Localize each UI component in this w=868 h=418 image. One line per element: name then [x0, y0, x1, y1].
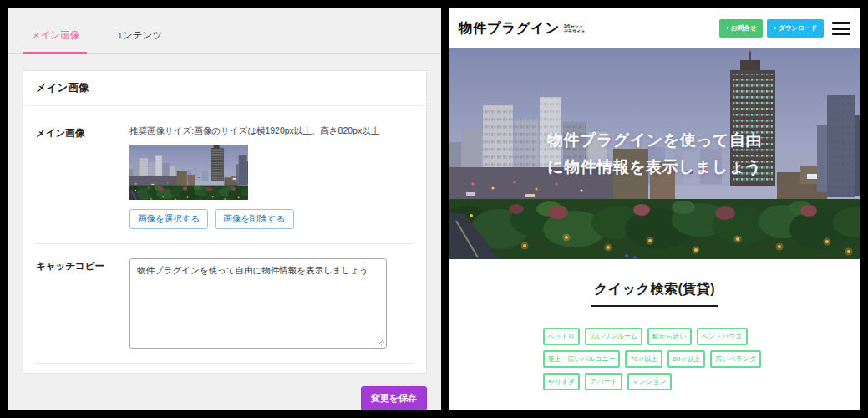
tag-button[interactable]: ペントハウス: [697, 328, 748, 345]
site-header: 物件プラグイン 3点セット デモサイト › お問合せ › ダウンロード: [449, 8, 860, 48]
remove-image-button[interactable]: 画像を削除する: [215, 209, 293, 229]
tag-button[interactable]: 70㎡以上: [625, 350, 662, 368]
quick-search-section: クイック検索(賃貸) ペット可 広いワンルーム 駅から近い ペントハウス 屋上・…: [449, 259, 860, 390]
tag-button[interactable]: 屋上・広いバルコニー: [543, 350, 621, 368]
admin-settings-panel: メイン画像 コンテンツ メイン画像 メイン画像 推奨画像サイズ:画像のサイズは横…: [8, 8, 441, 410]
settings-card: メイン画像 メイン画像 推奨画像サイズ:画像のサイズは横1920px以上、高さ8…: [23, 70, 427, 374]
catch-copy-textarea[interactable]: 物件プラグインを使って自由に物件情報を表示しましょう: [129, 258, 387, 349]
chevron-right-icon: ›: [726, 25, 728, 32]
tab-bar: メイン画像 コンテンツ: [8, 8, 441, 54]
site-logo-subtitle: 3点セット デモサイト: [564, 23, 586, 34]
select-image-button[interactable]: 画像を選択する: [129, 209, 208, 229]
screenshot-root: メイン画像 コンテンツ メイン画像 メイン画像 推奨画像サイズ:画像のサイズは横…: [0, 0, 868, 418]
main-image-thumbnail: [129, 145, 248, 200]
hamburger-menu-icon[interactable]: [832, 22, 850, 35]
card-title: メイン画像: [23, 71, 426, 106]
hero-headline-line1: 物件プラグインを使って自由: [547, 127, 762, 154]
tag-button[interactable]: 80㎡以上: [667, 350, 705, 368]
image-size-hint: 推奨画像サイズ:画像のサイズは横1920px以上、高さ820px以上: [129, 125, 414, 137]
contact-button[interactable]: › お問合せ: [719, 19, 763, 38]
tag-button[interactable]: ペット可: [543, 328, 581, 345]
catch-copy-row: キャッチコピー 物件プラグインを使って自由に物件情報を表示しましょう: [33, 244, 416, 363]
tag-button[interactable]: 広いベランダ: [710, 350, 761, 368]
save-changes-button[interactable]: 変更を保存: [361, 386, 427, 410]
site-preview-panel: 物件プラグイン 3点セット デモサイト › お問合せ › ダウンロード: [449, 8, 860, 410]
main-image-row: メイン画像 推奨画像サイズ:画像のサイズは横1920px以上、高さ820px以上…: [33, 111, 416, 243]
site-logo[interactable]: 物件プラグイン: [459, 19, 560, 38]
hero-headline: 物件プラグインを使って自由 に物件情報を表示しましょう: [449, 48, 860, 259]
tab-main-image[interactable]: メイン画像: [23, 29, 87, 54]
tag-button[interactable]: 駅から近い: [647, 328, 692, 345]
tag-button[interactable]: アパート: [585, 373, 622, 390]
tag-button[interactable]: 広いワンルーム: [585, 328, 642, 345]
tag-button[interactable]: マンション: [627, 373, 672, 390]
logo-subtitle-line2: デモサイト: [564, 28, 586, 34]
quick-search-title: クイック検索(賃貸): [591, 281, 718, 307]
download-button-label: ダウンロード: [779, 24, 817, 33]
contact-button-label: お問合せ: [731, 24, 756, 33]
hero-section: 物件プラグインを使って自由 に物件情報を表示しましょう: [449, 48, 860, 259]
quick-search-tags: ペット可 広いワンルーム 駅から近い ペントハウス 屋上・広いバルコニー 70㎡…: [543, 328, 767, 390]
main-image-label: メイン画像: [36, 125, 129, 229]
download-button[interactable]: › ダウンロード: [767, 19, 824, 38]
tag-button[interactable]: やりすぎ: [543, 373, 581, 390]
hero-headline-line2: に物件情報を表示しましょう: [547, 154, 762, 181]
catch-copy-label: キャッチコピー: [36, 258, 129, 349]
chevron-right-icon: ›: [774, 25, 776, 32]
tab-content[interactable]: コンテンツ: [105, 29, 170, 53]
card-bottom-divider: [36, 363, 414, 373]
